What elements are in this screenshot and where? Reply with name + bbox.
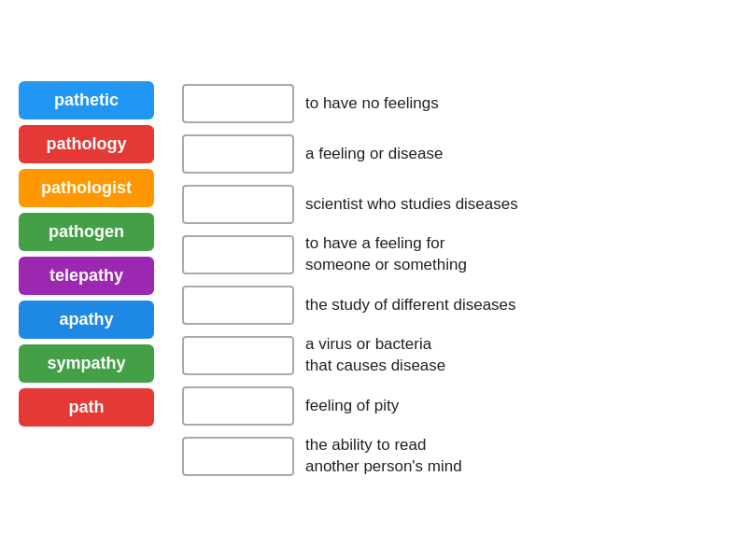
match-input-0[interactable] xyxy=(182,84,294,123)
match-input-3[interactable] xyxy=(182,235,294,274)
definition-text-3: to have a feeling for someone or somethi… xyxy=(305,233,467,276)
match-input-2[interactable] xyxy=(182,185,294,224)
word-button-telepathy[interactable]: telepathy xyxy=(19,257,154,295)
word-button-pathogen[interactable]: pathogen xyxy=(19,213,154,251)
word-button-sympathy[interactable]: sympathy xyxy=(19,344,154,383)
word-button-pathology[interactable]: pathology xyxy=(19,125,154,163)
match-row-4: the study of different diseases xyxy=(182,283,728,328)
definition-text-2: scientist who studies diseases xyxy=(305,194,518,216)
match-input-4[interactable] xyxy=(182,286,294,325)
definition-text-7: the ability to read another person's min… xyxy=(305,435,462,478)
match-input-1[interactable] xyxy=(182,134,294,174)
match-input-5[interactable] xyxy=(182,336,294,375)
match-list: to have no feelingsa feeling or diseases… xyxy=(182,81,728,479)
match-row-7: the ability to read another person's min… xyxy=(182,434,728,479)
main-container: patheticpathologypathologistpathogentele… xyxy=(0,63,747,497)
word-button-pathologist[interactable]: pathologist xyxy=(19,169,154,207)
definition-text-1: a feeling or disease xyxy=(305,144,443,165)
match-row-0: to have no feelings xyxy=(182,81,728,126)
match-row-1: a feeling or disease xyxy=(182,132,728,176)
match-input-6[interactable] xyxy=(182,386,294,426)
word-button-apathy[interactable]: apathy xyxy=(19,301,154,339)
definition-text-6: feeling of pity xyxy=(305,396,399,417)
definition-text-5: a virus or bacteria that causes disease xyxy=(305,334,445,377)
word-button-pathetic[interactable]: pathetic xyxy=(19,81,154,119)
match-row-2: scientist who studies diseases xyxy=(182,182,728,227)
match-row-6: feeling of pity xyxy=(182,384,728,428)
match-row-5: a virus or bacteria that causes disease xyxy=(182,333,728,378)
match-input-7[interactable] xyxy=(182,437,294,476)
word-button-path[interactable]: path xyxy=(19,388,154,427)
definition-text-0: to have no feelings xyxy=(305,93,439,115)
word-list: patheticpathologypathologistpathogentele… xyxy=(19,81,154,427)
definition-text-4: the study of different diseases xyxy=(305,295,516,316)
match-row-3: to have a feeling for someone or somethi… xyxy=(182,232,728,277)
